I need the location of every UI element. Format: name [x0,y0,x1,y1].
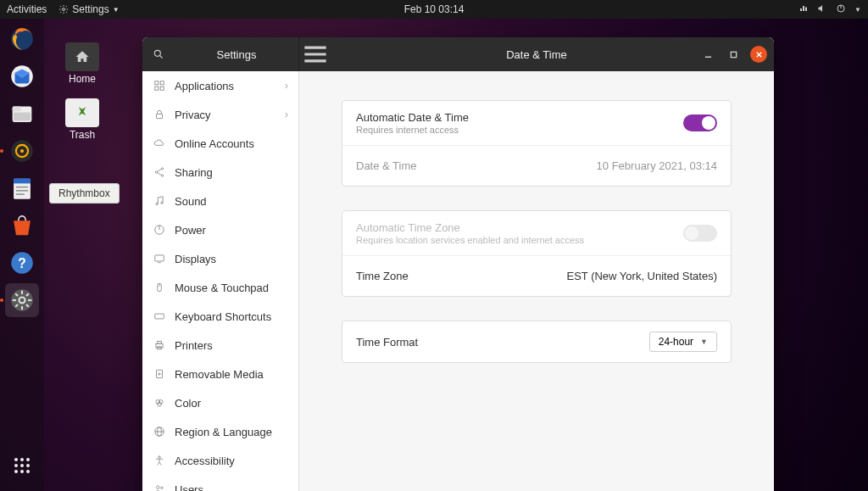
search-button[interactable] [142,38,175,70]
automatic-date-time-row: Automatic Date & Time Requires internet … [342,101,731,145]
desktop-icon-trash[interactable]: Trash [53,98,112,141]
minimize-button[interactable] [699,46,716,63]
svg-point-55 [20,149,24,153]
sidebar-item-label: Color [175,397,201,410]
maximize-button[interactable] [725,46,742,63]
svg-rect-15 [160,86,164,90]
power-icon [153,224,166,236]
sidebar-item-keyboard-shortcuts[interactable]: Keyboard Shortcuts [142,302,298,331]
sidebar-item-label: Printers [175,339,213,352]
svg-point-73 [14,458,18,461]
datetime-panel: Automatic Date & Time Requires internet … [342,100,732,187]
sidebar-title: Settings [175,48,298,61]
row-title: Time Format [356,336,649,349]
sidebar-item-color[interactable]: Color [142,388,298,417]
printer-icon [153,339,166,351]
sidebar-item-label: Region & Language [175,426,272,438]
sidebar-item-label: Accessibility [175,455,235,467]
svg-point-46 [157,486,160,489]
svg-point-45 [159,456,160,458]
desktop-icon-home[interactable]: Home [53,42,112,85]
show-applications-button[interactable] [5,449,39,483]
sidebar-item-removable-media[interactable]: Removable Media [142,360,298,388]
svg-rect-51 [13,107,21,112]
svg-point-76 [14,464,18,467]
dock-rhythmbox[interactable] [5,134,39,168]
svg-rect-26 [155,255,164,261]
sidebar-item-region-language[interactable]: Region & Language [142,417,298,446]
date-time-row[interactable]: Date & Time 10 February 2021, 03:14 [342,145,731,186]
settings-sidebar[interactable]: Applications › Privacy › Online Accounts… [142,71,299,491]
row-value: EST (New York, United States) [566,270,717,282]
lock-icon [153,109,166,120]
activities-button[interactable]: Activities [7,3,47,15]
dock-libreoffice-writer[interactable] [5,171,39,205]
window-titlebar[interactable]: Settings Date & Time [142,37,774,71]
sidebar-item-online-accounts[interactable]: Online Accounts [142,129,298,158]
power-icon[interactable] [836,3,846,16]
sidebar-item-sharing[interactable]: Sharing [142,158,298,187]
svg-rect-37 [157,370,163,377]
dock-files[interactable] [5,97,39,131]
svg-rect-35 [158,341,162,343]
dropdown-value: 24-hour [659,336,693,348]
apps-grid-icon [12,455,32,476]
ubuntu-dock: ? [0,19,44,491]
row-subtitle: Requires location services enabled and i… [356,235,683,245]
sidebar-item-mouse-touchpad[interactable]: Mouse & Touchpad [142,273,298,302]
volume-icon[interactable] [817,3,827,16]
access-icon [153,455,166,466]
svg-line-21 [158,173,162,176]
svg-point-81 [26,470,30,473]
svg-rect-30 [155,314,164,319]
dock-help[interactable]: ? [5,246,39,280]
hamburger-menu-button[interactable] [299,38,331,70]
svg-point-38 [159,373,160,375]
share-icon [153,166,166,178]
sidebar-item-label: Privacy [175,109,211,121]
svg-rect-16 [157,114,163,118]
desktop-icon-label: Home [69,73,96,85]
sidebar-item-label: Sharing [175,166,213,179]
app-menu[interactable]: Settings ▼ [58,3,119,15]
svg-rect-12 [155,81,159,85]
dock-thunderbird[interactable] [5,59,39,93]
note-icon [153,195,166,207]
hamburger-icon [299,38,331,70]
settings-content: Automatic Date & Time Requires internet … [299,71,774,491]
dock-software[interactable] [5,209,39,243]
globe-icon [153,426,166,438]
sidebar-item-displays[interactable]: Displays [142,244,298,273]
chevron-right-icon: › [285,109,288,120]
sidebar-item-label: Displays [175,253,216,265]
caret-down-icon: ▼ [700,338,708,346]
sidebar-item-label: Users [175,483,203,492]
row-title: Date & Time [356,159,597,172]
sidebar-item-privacy[interactable]: Privacy › [142,100,298,129]
close-button[interactable] [750,46,767,63]
svg-rect-14 [155,86,159,90]
network-icon[interactable] [798,3,809,16]
color-icon [153,397,166,409]
time-format-dropdown[interactable]: 24-hour ▼ [649,332,717,352]
svg-point-75 [26,458,30,461]
sidebar-item-printers[interactable]: Printers [142,331,298,360]
sidebar-item-accessibility[interactable]: Accessibility [142,446,298,475]
svg-point-47 [161,487,163,488]
dock-firefox[interactable] [5,22,39,56]
caret-down-icon[interactable]: ▼ [854,6,861,14]
desktop-icon-label: Trash [70,129,95,141]
sidebar-item-label: Sound [175,195,207,208]
sidebar-item-users[interactable]: Users [142,475,298,491]
time-zone-row[interactable]: Time Zone EST (New York, United States) [342,255,731,296]
dock-settings[interactable] [5,283,39,317]
clock[interactable]: Feb 10 03:14 [404,3,465,15]
sidebar-item-applications[interactable]: Applications › [142,71,298,100]
time-format-row: Time Format 24-hour ▼ [342,321,731,362]
svg-point-74 [20,458,24,461]
automatic-date-time-switch[interactable] [683,114,717,131]
row-subtitle: Requires internet access [356,125,683,135]
sidebar-item-label: Online Accounts [175,137,254,150]
sidebar-item-power[interactable]: Power [142,215,298,244]
sidebar-item-sound[interactable]: Sound [142,187,298,215]
